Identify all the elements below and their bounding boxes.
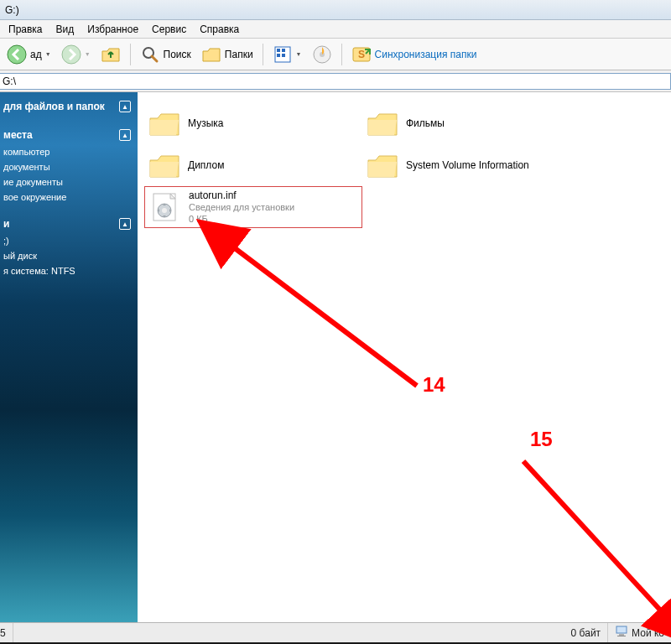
sidebar-item-shared-documents[interactable]: ие документы <box>0 174 138 190</box>
file-name: Фильмы <box>406 117 445 130</box>
search-icon <box>140 44 160 65</box>
forward-button[interactable]: ▼ <box>58 43 94 66</box>
svg-rect-6 <box>282 49 285 52</box>
sidebar-detail-drivetype: ый диск <box>0 248 138 263</box>
sidebar-panel-tasks-header[interactable]: для файлов и папок ▲ <box>0 97 138 116</box>
folder-icon <box>148 108 181 138</box>
svg-line-17 <box>523 461 666 616</box>
sidebar-panel-places-title: места <box>3 129 33 141</box>
folders-icon <box>201 44 221 65</box>
svg-rect-5 <box>277 49 280 52</box>
file-view[interactable]: Музыка Фильмы Диплом System Volume Infor <box>138 92 671 622</box>
toolbar-separator <box>263 44 263 65</box>
file-name: Диплом <box>188 159 224 172</box>
address-text: G:\ <box>3 75 16 87</box>
folder-item[interactable]: Фильмы <box>362 102 580 144</box>
annotation-label-15: 15 <box>530 428 553 451</box>
back-label: ад <box>30 49 42 60</box>
sidebar-panel-tasks-title: для файлов и папок <box>3 101 105 112</box>
toolbar: ад ▼ ▼ Поиск Папки ▼ <box>0 39 671 70</box>
menu-view[interactable]: Вид <box>49 21 81 38</box>
sidebar-item-documents[interactable]: документы <box>0 159 138 174</box>
annotation-label-14: 14 <box>423 373 445 397</box>
window-titlebar: G:) <box>0 0 671 20</box>
menu-edit[interactable]: Правка <box>2 21 49 38</box>
file-item-autorun[interactable]: autorun.inf Сведения для установки 0 КБ <box>144 186 362 228</box>
address-field[interactable]: G:\ <box>0 73 671 90</box>
burn-button[interactable] <box>309 43 336 66</box>
sidebar-detail-drivename: ;) <box>0 233 138 248</box>
sidebar-panel-places-header[interactable]: места ▲ <box>0 126 138 144</box>
sidebar-panel-details-header[interactable]: и ▲ <box>0 215 138 233</box>
sync-button[interactable]: S Синхронизация папки <box>348 43 481 66</box>
svg-point-0 <box>8 45 26 64</box>
file-name: autorun.inf <box>189 190 294 202</box>
chevron-up-icon: ▲ <box>119 129 131 141</box>
svg-rect-7 <box>277 54 280 57</box>
address-bar: G:\ <box>0 70 671 92</box>
folders-button[interactable]: Папки <box>198 43 257 66</box>
svg-text:S: S <box>358 49 365 60</box>
menu-favorites[interactable]: Избранное <box>81 21 145 38</box>
folders-label: Папки <box>225 49 253 60</box>
file-name: System Volume Information <box>406 159 529 172</box>
folder-icon <box>366 108 399 138</box>
sidebar-item-computer[interactable]: компьютер <box>0 144 138 159</box>
folder-item[interactable]: Музыка <box>144 102 362 144</box>
svg-point-15 <box>162 208 167 213</box>
file-name: Музыка <box>188 117 223 130</box>
window-title: G:) <box>5 4 19 16</box>
chevron-down-icon: ▼ <box>45 51 51 57</box>
menu-help[interactable]: Справка <box>193 21 246 38</box>
folder-up-icon <box>101 44 121 65</box>
svg-line-3 <box>152 56 157 61</box>
folder-icon <box>366 150 399 180</box>
svg-rect-8 <box>282 54 285 57</box>
up-button[interactable] <box>97 43 124 66</box>
views-icon <box>273 44 293 65</box>
svg-rect-20 <box>617 636 626 636</box>
sync-icon: S <box>351 44 372 65</box>
sidebar-item-network[interactable]: вое окружение <box>0 190 138 205</box>
annotation-arrow-14 <box>207 226 459 413</box>
sidebar: для файлов и папок ▲ места ▲ компьютер д… <box>0 92 138 622</box>
svg-line-16 <box>228 243 417 386</box>
folder-icon <box>148 150 181 180</box>
menu-tools[interactable]: Сервис <box>145 21 193 38</box>
file-type-desc: Сведения для установки <box>189 202 294 214</box>
back-icon <box>7 44 27 65</box>
sync-label: Синхронизация папки <box>375 49 477 60</box>
file-size: 0 КБ <box>189 214 294 226</box>
toolbar-separator <box>341 44 342 65</box>
folder-item[interactable]: Диплом <box>144 144 362 186</box>
folder-item[interactable]: System Volume Information <box>362 144 580 186</box>
chevron-up-icon: ▲ <box>119 218 131 230</box>
chevron-down-icon: ▼ <box>85 51 91 57</box>
chevron-down-icon: ▼ <box>296 51 302 57</box>
annotation-arrow-15 <box>507 444 671 631</box>
inf-file-icon <box>148 192 182 222</box>
sidebar-panel-details-title: и <box>3 218 9 230</box>
search-button[interactable]: Поиск <box>137 43 195 66</box>
svg-rect-19 <box>619 634 624 636</box>
burn-icon <box>312 44 332 65</box>
forward-icon <box>61 44 81 65</box>
svg-point-1 <box>62 45 81 64</box>
sidebar-detail-filesystem: я система: NTFS <box>0 263 138 278</box>
back-button[interactable]: ад ▼ <box>3 43 55 66</box>
status-object-count: 5 <box>0 623 13 642</box>
menu-bar: Правка Вид Избранное Сервис Справка <box>0 20 671 39</box>
chevron-up-icon: ▲ <box>119 101 131 112</box>
views-button[interactable]: ▼ <box>269 43 305 66</box>
search-label: Поиск <box>164 49 191 60</box>
toolbar-separator <box>130 44 131 65</box>
